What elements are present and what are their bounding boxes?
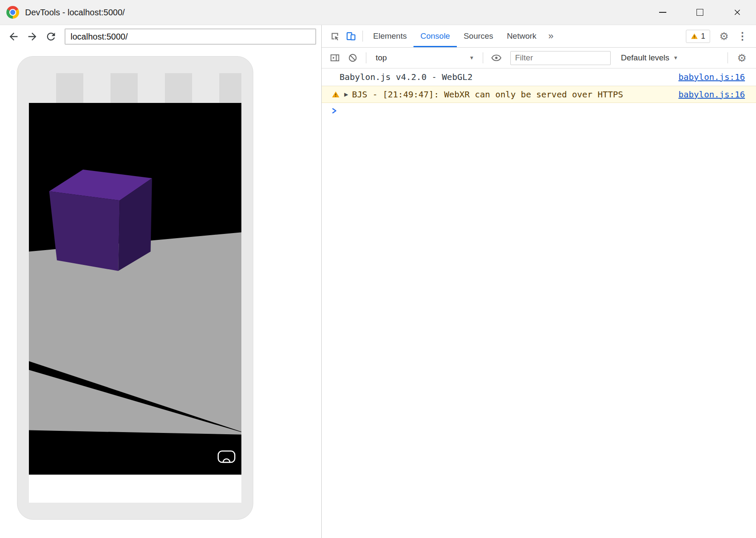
warning-triangle-icon (331, 90, 340, 99)
devtools-menu-button[interactable]: ⋮ (733, 31, 752, 41)
warning-triangle-icon (691, 32, 698, 40)
back-button[interactable] (5, 28, 22, 45)
console-message-text: Babylon.js v4.2.0 - WebGL2 (340, 72, 473, 82)
separator (362, 31, 363, 42)
url-input[interactable] (65, 29, 315, 44)
clear-console-button[interactable] (345, 49, 361, 67)
reload-icon (45, 31, 57, 43)
devtools-settings-button[interactable]: ⚙ (715, 31, 733, 42)
console-sidebar-icon (329, 52, 340, 63)
separator (483, 52, 483, 63)
close-button[interactable] (719, 0, 756, 25)
tab-sources[interactable]: Sources (457, 25, 500, 47)
eye-icon (491, 52, 502, 63)
devtools-tabbar: Elements Console Sources Network » 1 ⚙ ⋮ (322, 25, 756, 48)
maximize-icon (697, 9, 703, 16)
minimize-button[interactable] (644, 0, 681, 25)
back-arrow-icon (8, 31, 20, 43)
forward-button[interactable] (24, 28, 41, 45)
expand-message-arrow[interactable]: ▶ (344, 91, 348, 97)
forward-arrow-icon (26, 31, 38, 43)
warning-count: 1 (701, 32, 705, 41)
close-icon (733, 8, 742, 17)
3d-scene (29, 103, 241, 475)
browser-toolbar (0, 25, 321, 48)
separator (366, 52, 366, 63)
live-expression-button[interactable] (488, 49, 504, 67)
device-toolbar-icon (345, 31, 357, 42)
device-status-bar-checker (29, 73, 241, 103)
reload-button[interactable] (42, 28, 59, 45)
console-settings-button[interactable]: ⚙ (733, 53, 751, 63)
device-screen-footer (29, 475, 241, 503)
chevron-down-icon: ▼ (469, 55, 474, 61)
console-toolbar: top ▼ Default levels ▼ ⚙ (322, 48, 756, 68)
clear-console-icon (347, 52, 358, 63)
window-body: Elements Console Sources Network » 1 ⚙ ⋮ (0, 25, 756, 538)
page-viewport (0, 48, 321, 538)
console-message-text: BJS - [21:49:47]: WebXR can only be serv… (352, 89, 623, 100)
minimize-icon (659, 12, 666, 13)
maximize-button[interactable] (681, 0, 719, 25)
cube-front-face (49, 191, 120, 271)
inspect-element-button[interactable] (327, 27, 343, 46)
device-screen (29, 73, 241, 503)
console-filter-input[interactable] (510, 51, 611, 65)
chevron-down-icon: ▼ (673, 55, 678, 61)
vr-goggles-button[interactable] (218, 450, 235, 464)
tab-elements[interactable]: Elements (366, 25, 413, 47)
tab-console[interactable]: Console (413, 25, 457, 47)
console-message-info: Babylon.js v4.2.0 - WebGL2 babylon.js:16 (322, 68, 756, 86)
window-controls (644, 0, 756, 25)
log-levels-label: Default levels (621, 53, 669, 63)
console-output: Babylon.js v4.2.0 - WebGL2 babylon.js:16… (322, 68, 756, 538)
log-levels-selector[interactable]: Default levels ▼ (621, 53, 678, 63)
device-toolbar-toggle[interactable] (343, 27, 359, 46)
console-message-warning: ▶ BJS - [21:49:47]: WebXR can only be se… (322, 86, 756, 103)
execution-context-label: top (376, 53, 387, 63)
tab-network[interactable]: Network (500, 25, 544, 47)
separator (728, 52, 728, 63)
console-source-link[interactable]: babylon.js:16 (668, 72, 745, 82)
device-frame (17, 56, 253, 520)
address-bar (65, 28, 316, 45)
devtools-pane: Elements Console Sources Network » 1 ⚙ ⋮ (322, 25, 756, 538)
more-tabs-button[interactable]: » (543, 31, 558, 42)
browser-pane (0, 25, 322, 538)
execution-context-selector[interactable]: top ▼ (371, 53, 478, 63)
console-prompt-chevron-icon (331, 108, 338, 114)
chrome-logo-icon (6, 6, 19, 19)
console-prompt[interactable] (322, 103, 756, 119)
console-sidebar-toggle[interactable] (327, 49, 343, 67)
issues-warning-badge[interactable]: 1 (686, 30, 710, 43)
titlebar: DevTools - localhost:5000/ (0, 0, 756, 25)
console-source-link[interactable]: babylon.js:16 (668, 89, 745, 100)
babylon-canvas[interactable] (29, 103, 241, 475)
window-title: DevTools - localhost:5000/ (25, 8, 644, 17)
inspect-cursor-icon (329, 31, 340, 42)
